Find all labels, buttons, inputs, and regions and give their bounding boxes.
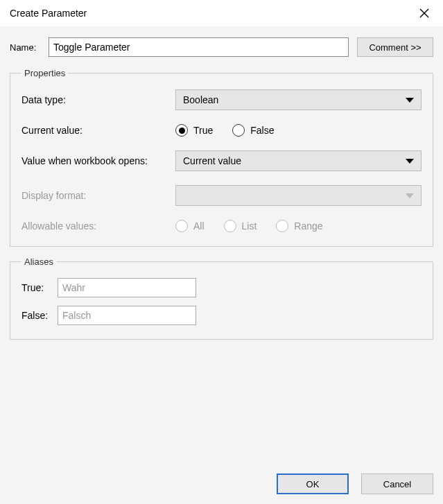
comment-button[interactable]: Comment >>	[357, 37, 433, 57]
alias-false-input[interactable]	[58, 306, 196, 325]
close-icon	[419, 8, 429, 18]
titlebar: Create Parameter	[0, 0, 443, 26]
properties-legend: Properties	[21, 68, 68, 78]
radio-true-label: True	[193, 125, 213, 136]
aliases-group: Aliases True: False:	[10, 257, 433, 340]
radio-list-label: List	[242, 220, 257, 232]
workbook-open-label: Value when workbook opens:	[21, 155, 175, 166]
name-label: Name:	[10, 42, 49, 53]
workbook-open-select[interactable]: Current value	[175, 150, 422, 171]
current-value-label: Current value:	[21, 125, 175, 136]
alias-false-label: False:	[21, 310, 58, 321]
display-format-label: Display format:	[21, 190, 175, 201]
aliases-legend: Aliases	[21, 257, 56, 267]
radio-false-label: False	[250, 125, 274, 136]
radio-all: All	[175, 220, 205, 232]
properties-group: Properties Data type: Boolean Current va…	[10, 68, 433, 247]
alias-true-label: True:	[21, 282, 58, 293]
data-type-value: Boolean	[183, 94, 218, 105]
alias-true-input[interactable]	[58, 278, 196, 297]
display-format-select	[175, 185, 422, 206]
name-row: Name: Comment >>	[10, 37, 433, 57]
radio-false[interactable]: False	[232, 124, 274, 137]
radio-icon	[276, 220, 288, 232]
radio-all-label: All	[193, 220, 205, 232]
radio-true[interactable]: True	[175, 124, 213, 137]
data-type-label: Data type:	[21, 94, 175, 105]
radio-icon	[224, 220, 236, 232]
radio-range: Range	[276, 220, 322, 232]
radio-icon	[175, 220, 188, 232]
allowable-values-radios: All List Range	[175, 220, 422, 232]
workbook-open-value: Current value	[183, 155, 241, 166]
radio-list: List	[224, 220, 257, 232]
close-button[interactable]	[412, 3, 436, 23]
alias-true-row: True:	[21, 278, 422, 297]
radio-range-label: Range	[294, 220, 322, 232]
allowable-values-label: Allowable values:	[21, 220, 175, 232]
radio-icon	[232, 124, 245, 137]
dialog-body: Name: Comment >> Properties Data type: B…	[0, 26, 443, 504]
radio-icon	[175, 124, 188, 137]
alias-false-row: False:	[21, 306, 422, 325]
dialog-title: Create Parameter	[10, 8, 87, 19]
chevron-down-icon	[406, 193, 414, 198]
chevron-down-icon	[406, 98, 414, 103]
current-value-row: Current value: True False	[21, 124, 422, 137]
chevron-down-icon	[406, 159, 414, 164]
name-input[interactable]	[49, 37, 349, 57]
workbook-open-row: Value when workbook opens: Current value	[21, 150, 422, 171]
allowable-values-row: Allowable values: All List Range	[21, 220, 422, 232]
current-value-radios: True False	[175, 124, 422, 137]
ok-button[interactable]: OK	[277, 473, 349, 494]
data-type-select[interactable]: Boolean	[175, 89, 422, 110]
dialog-footer: OK Cancel	[277, 473, 433, 494]
cancel-button[interactable]: Cancel	[361, 473, 433, 494]
display-format-row: Display format:	[21, 185, 422, 206]
data-type-row: Data type: Boolean	[21, 89, 422, 110]
